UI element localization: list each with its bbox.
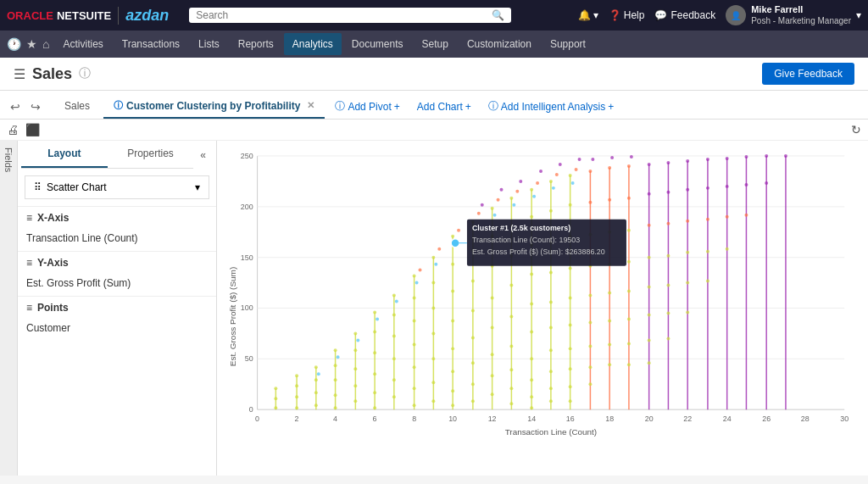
svg-point-73 [392, 378, 396, 381]
notification-icon-btn[interactable]: 🔔 ▾ [578, 9, 598, 21]
print-icon[interactable]: 🖨 [7, 123, 19, 136]
add-chart-plus: + [465, 101, 471, 113]
svg-point-185 [578, 158, 581, 161]
add-pivot-label: Add Pivot [348, 101, 391, 113]
export-icon[interactable]: ⬛ [25, 123, 40, 136]
search-box[interactable]: 🔍 [189, 8, 511, 23]
svg-point-140 [509, 402, 513, 405]
svg-point-171 [559, 163, 562, 166]
panel-tabs: Layout Properties [21, 141, 193, 169]
undo-btn[interactable]: ↩ [7, 98, 24, 115]
svg-point-55 [353, 348, 357, 352]
tab-info-icon: ⓘ [114, 99, 123, 112]
nav-lists[interactable]: Lists [190, 33, 228, 55]
svg-point-114 [471, 382, 475, 386]
svg-point-183 [571, 181, 575, 185]
svg-point-154 [530, 406, 533, 409]
action-bar: 🖨 ⬛ ↻ [0, 120, 868, 141]
star-icon[interactable]: ★ [26, 37, 37, 51]
svg-point-62 [373, 330, 376, 333]
home-icon[interactable]: ⌂ [42, 37, 49, 51]
add-pivot-btn[interactable]: ⓘ Add Pivot + [328, 94, 406, 119]
user-role: Posh - Marketing Manager [751, 16, 851, 26]
tab-customer-clustering[interactable]: ⓘ Customer Clustering by Profitability ✕ [103, 94, 325, 119]
search-input[interactable] [196, 9, 488, 21]
clock-icon[interactable]: 🕐 [7, 37, 21, 51]
svg-point-233 [666, 337, 670, 340]
svg-text:Transaction Line (Count): Transaction Line (Count) [505, 427, 597, 437]
nav-customization[interactable]: Customization [459, 33, 540, 55]
search-icon: 🔍 [492, 9, 504, 21]
svg-point-211 [627, 260, 631, 264]
question-icon: ❓ [609, 9, 621, 21]
nav-activities[interactable]: Activities [54, 33, 111, 55]
give-feedback-button[interactable]: Give Feedback [762, 63, 854, 85]
svg-point-80 [413, 342, 416, 346]
nav-transactions[interactable]: Transactions [114, 33, 188, 55]
svg-point-75 [395, 300, 398, 303]
user-section[interactable]: 👤 Mike Farrell Posh - Marketing Manager … [726, 4, 861, 25]
svg-point-145 [530, 188, 533, 192]
page-info-icon[interactable]: ⓘ [79, 66, 91, 81]
svg-point-202 [608, 292, 611, 295]
svg-point-44 [314, 403, 318, 407]
nav-setup[interactable]: Setup [414, 33, 457, 55]
svg-text:250: 250 [241, 152, 253, 160]
svg-point-228 [666, 191, 670, 194]
svg-point-112 [471, 336, 475, 339]
avatar: 👤 [726, 5, 746, 25]
svg-point-232 [666, 311, 670, 314]
svg-point-165 [549, 348, 553, 352]
points-drag-icon: ≡ [26, 302, 32, 314]
svg-point-38 [295, 395, 298, 398]
tab-close-icon[interactable]: ✕ [307, 100, 314, 111]
panel-tab-layout[interactable]: Layout [21, 141, 108, 168]
user-info: Mike Farrell Posh - Marketing Manager [751, 4, 851, 25]
netsuite-text: NETSUITE [57, 9, 111, 22]
nav-documents[interactable]: Documents [343, 33, 412, 55]
add-chart-btn[interactable]: Add Chart + [410, 96, 478, 118]
help-btn[interactable]: ❓ Help [609, 9, 645, 21]
chart-type-select[interactable]: ⠿ Scatter Chart ▾ [25, 175, 209, 199]
svg-point-129 [497, 198, 500, 202]
svg-point-43 [314, 391, 318, 394]
tab-sales[interactable]: Sales [54, 95, 100, 119]
points-field-value: Customer [26, 322, 70, 334]
svg-point-194 [588, 365, 592, 369]
svg-point-177 [569, 297, 572, 300]
feedback-btn[interactable]: 💬 Feedback [654, 9, 715, 21]
redo-btn[interactable]: ↪ [27, 98, 44, 115]
points-label: Points [37, 302, 69, 314]
svg-point-146 [530, 215, 533, 219]
svg-text:18: 18 [605, 414, 614, 423]
y-axis-label: Y-Axis [37, 257, 69, 269]
svg-point-74 [392, 395, 396, 398]
svg-point-236 [686, 188, 689, 192]
fields-toggle[interactable]: Fields [0, 141, 18, 476]
svg-point-126 [491, 374, 494, 377]
svg-point-103 [451, 389, 454, 392]
refresh-icon[interactable]: ↻ [851, 123, 861, 136]
svg-point-170 [555, 173, 559, 176]
svg-point-155 [532, 195, 536, 198]
svg-text:50: 50 [245, 354, 253, 363]
panel-collapse-btn[interactable]: « [193, 146, 213, 164]
svg-point-168 [549, 399, 553, 403]
svg-point-77 [413, 275, 416, 278]
user-dropdown-arrow: ▾ [856, 9, 861, 21]
svg-point-130 [500, 188, 504, 192]
page-header: ☰ Sales ⓘ Give Feedback [0, 58, 868, 91]
svg-point-223 [648, 313, 651, 316]
add-intelligent-analysis-btn[interactable]: ⓘ Add Intelligent Analysis + [481, 94, 620, 119]
bell-icon: 🔔 [578, 9, 591, 21]
svg-point-110 [471, 280, 475, 283]
svg-point-246 [706, 280, 709, 283]
hamburger-icon[interactable]: ☰ [14, 66, 25, 82]
add-chart-label: Add Chart [417, 101, 463, 113]
svg-point-205 [608, 363, 611, 366]
nav-analytics[interactable]: Analytics [284, 33, 342, 55]
nav-reports[interactable]: Reports [230, 33, 282, 55]
nav-support[interactable]: Support [542, 33, 594, 55]
oracle-logo: ORACLE NETSUITE azdan [7, 7, 169, 25]
panel-tab-properties[interactable]: Properties [108, 141, 194, 168]
